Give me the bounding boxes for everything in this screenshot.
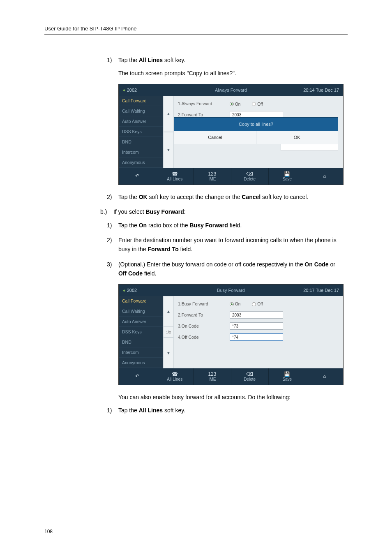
scroll-column: ▲ 1/2 ▼	[163, 296, 174, 368]
scroll-up[interactable]: ▲	[163, 96, 174, 132]
sidebar-item-call-waiting[interactable]: Call Waiting	[119, 106, 163, 116]
back-icon: ↶	[135, 173, 139, 178]
softkey-ime[interactable]: 123 IME	[194, 368, 231, 385]
sidebar-item-anonymous[interactable]: Anonymous	[119, 358, 163, 368]
row-off-code: 4.Off Code *74	[178, 332, 339, 343]
step-number: 1)	[107, 56, 117, 65]
home-icon: ⌂	[323, 374, 326, 379]
forward-to-input[interactable]: 2003	[230, 311, 283, 319]
softkey-all-lines[interactable]: ☎ All Lines	[156, 368, 194, 385]
main-panel: ▲ ▼ 1.Always Forward On Off 2.Forward To…	[163, 96, 343, 168]
bold-cancel: Cancel	[242, 194, 261, 200]
phone-icon: ☎	[172, 171, 178, 176]
sidebar-item-dss-keys[interactable]: DSS Keys	[119, 127, 163, 137]
scroll-column: ▲ ▼	[163, 96, 174, 168]
scroll-up[interactable]: ▲	[163, 296, 174, 327]
header-title: User Guide for the SIP-T48G IP Phone	[44, 25, 137, 32]
sidebar: Call Forward Call Waiting Auto Answer DS…	[119, 96, 163, 168]
sidebar-item-dnd[interactable]: DND	[119, 337, 163, 347]
softkey-all-lines[interactable]: ☎ All Lines	[156, 168, 194, 185]
field-label: 2.Forward To	[178, 112, 226, 117]
softkey-save[interactable]: 💾 Save	[269, 168, 306, 185]
step-number: 3)	[107, 260, 117, 269]
row-always-forward: 1.Always Forward On Off	[178, 98, 339, 109]
radio-on-group[interactable]: On	[230, 301, 248, 307]
sidebar-item-call-waiting[interactable]: Call Waiting	[119, 306, 163, 317]
sidebar-item-dnd[interactable]: DND	[119, 137, 163, 147]
row-on-code: 3.On Code *73	[178, 321, 339, 332]
radio-on-group[interactable]: On	[230, 101, 248, 106]
bold-all-lines: All Lines	[139, 57, 163, 63]
row-forward-to: 2.Forward To 2003	[178, 310, 339, 321]
scroll-down[interactable]: ▼	[163, 338, 174, 368]
main-panel: ▲ 1/2 ▼ 1.Busy Forward On Off 2.Forward …	[163, 296, 343, 368]
delete-icon: ⌫	[246, 372, 253, 377]
step-text: Enter the destination number you want to…	[118, 236, 340, 254]
field-label: 1.Always Forward	[178, 101, 226, 106]
field-label: 1.Busy Forward	[178, 301, 226, 306]
softkey-back[interactable]: ↶	[119, 168, 156, 185]
screen-title: Busy Forward	[119, 288, 343, 293]
scroll-down[interactable]: ▼	[163, 132, 174, 168]
bold-ok: OK	[139, 194, 148, 200]
after-step-1: 1) Tap the All Lines soft key.	[107, 406, 353, 415]
b-step-2: 2) Enter the destination number you want…	[107, 236, 353, 254]
step-number: 1)	[107, 221, 117, 230]
page-indicator: 1/2	[163, 327, 174, 338]
softkey-bar: ↶ ☎ All Lines 123 IME ⌫ Delete 💾 Save ⌂	[119, 168, 343, 185]
lettered-b: b.) If you select Busy Forward:	[100, 207, 353, 216]
softkey-back[interactable]: ↶	[119, 368, 156, 385]
save-icon: 💾	[284, 171, 290, 176]
b-step-3: 3) (Optional.) Enter the busy forward on…	[107, 260, 353, 278]
step-number: 1)	[107, 406, 117, 415]
phone-icon: ☎	[172, 372, 178, 377]
softkey-ime[interactable]: 123 IME	[194, 168, 231, 185]
screenshot-always-forward: ● 2002 Always Forward 20:14 Tue Dec 17 C…	[118, 84, 344, 185]
step-number: 2)	[107, 236, 117, 245]
ok-button[interactable]: OK	[256, 131, 338, 144]
sidebar-item-anonymous[interactable]: Anonymous	[119, 157, 163, 168]
step-text: (Optional.) Enter the busy forward on co…	[118, 260, 340, 278]
screen-title: Always Forward	[119, 88, 343, 92]
sidebar-item-auto-answer[interactable]: Auto Answer	[119, 317, 163, 327]
sidebar-item-intercom[interactable]: Intercom	[119, 347, 163, 358]
step-text: Tap the OK soft key to accept the change…	[118, 192, 340, 201]
field-label: 2.Forward To	[178, 312, 226, 317]
step-text: Tap the All Lines soft key.	[118, 406, 340, 415]
prompt-text: Copy to all lines?	[174, 117, 338, 131]
radio-off-group[interactable]: Off	[252, 301, 270, 307]
step-2: 2) Tap the OK soft key to accept the cha…	[107, 192, 353, 201]
title-bar: ● 2002 Always Forward 20:14 Tue Dec 17	[119, 84, 343, 96]
softkey-bar: ↶ ☎ All Lines 123 IME ⌫ Delete 💾 Save ⌂	[119, 368, 343, 385]
sidebar-item-intercom[interactable]: Intercom	[119, 147, 163, 157]
step-text: Tap the On radio box of the Busy Forward…	[118, 221, 340, 230]
radio-on-icon	[230, 102, 234, 106]
bold-all-lines: All Lines	[139, 407, 163, 414]
field-label: 3.On Code	[178, 324, 226, 328]
sidebar-item-call-forward[interactable]: Call Forward	[119, 296, 163, 306]
softkey-save[interactable]: 💾 Save	[269, 368, 306, 385]
sidebar-item-dss-keys[interactable]: DSS Keys	[119, 327, 163, 337]
prompt-dialog: Copy to all lines? Cancel OK	[174, 117, 338, 144]
screenshot-busy-forward: ● 2002 Busy Forward 20:17 Tue Dec 17 Cal…	[118, 284, 344, 385]
lettered-marker: b.)	[100, 207, 112, 216]
softkey-delete[interactable]: ⌫ Delete	[231, 168, 269, 185]
softkey-home[interactable]: ⌂	[306, 368, 343, 385]
softkey-delete[interactable]: ⌫ Delete	[231, 368, 269, 385]
page-header: User Guide for the SIP-T48G IP Phone	[44, 25, 348, 35]
sidebar: Call Forward Call Waiting Auto Answer DS…	[119, 296, 163, 368]
step-detail: The touch screen prompts "Copy to all li…	[118, 69, 340, 78]
on-code-input[interactable]: *73	[230, 322, 283, 330]
radio-off-icon	[252, 302, 256, 306]
step-1: 1) Tap the All Lines soft key. The touch…	[107, 56, 353, 78]
home-icon: ⌂	[323, 173, 326, 178]
radio-off-group[interactable]: Off	[252, 101, 270, 106]
radio-off-icon	[252, 102, 256, 106]
cancel-button[interactable]: Cancel	[174, 131, 256, 144]
delete-icon: ⌫	[246, 171, 253, 176]
sidebar-item-auto-answer[interactable]: Auto Answer	[119, 116, 163, 127]
sidebar-item-call-forward[interactable]: Call Forward	[119, 96, 163, 106]
softkey-home[interactable]: ⌂	[306, 168, 343, 185]
off-code-input[interactable]: *74	[230, 333, 283, 341]
step-text: Tap the All Lines soft key. The touch sc…	[118, 56, 340, 78]
